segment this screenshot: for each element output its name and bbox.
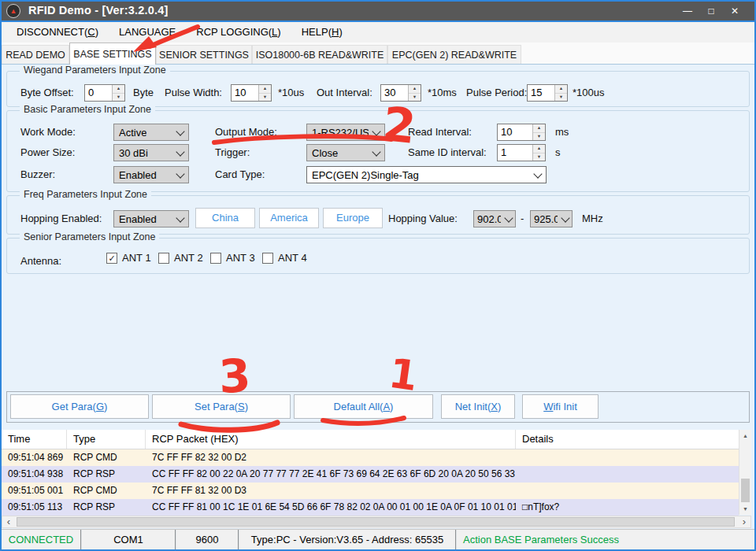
out-interval-spinner[interactable]: 30 ▲▼	[380, 84, 421, 102]
card-type-label: Card Type:	[215, 168, 265, 180]
checkbox-ant4[interactable]: ANT 4	[262, 252, 307, 264]
table-row[interactable]: 09:51:04 869 RCP CMD 7C FF FF 82 32 00 D…	[2, 449, 739, 466]
table-row[interactable]: 09:51:04 938 RCP RSP CC FF FF 82 00 22 0…	[2, 466, 739, 483]
senior-group: Senior Parameters Input Zone Antenna: ✓ …	[6, 238, 750, 274]
checkbox-ant2[interactable]: ANT 2	[158, 252, 203, 264]
vertical-scrollbar-thumb[interactable]	[741, 479, 750, 502]
default-all-button[interactable]: Default All(A)	[294, 394, 433, 419]
spin-up-icon[interactable]: ▲	[409, 85, 421, 94]
scroll-up-icon[interactable]: ▲	[739, 430, 751, 442]
chevron-down-icon	[372, 127, 380, 135]
basic-group: Basic Parameters Input Zone Work Mode: A…	[6, 110, 750, 192]
tab-base-settings[interactable]: BASE SETTINGS	[69, 43, 156, 65]
net-init-button[interactable]: Net Init(X)	[441, 394, 515, 419]
vertical-scrollbar[interactable]: ▲ ▼	[739, 430, 751, 515]
maximize-button[interactable]: □	[701, 2, 721, 20]
checkbox-ant3[interactable]: ANT 3	[210, 252, 255, 264]
tab-senior-settings[interactable]: SENIOR SETTINGS	[156, 45, 252, 64]
minimize-button[interactable]: —	[677, 2, 698, 20]
col-header-packet: RCP Packet (HEX)	[146, 430, 516, 449]
europe-button[interactable]: Europe	[323, 208, 383, 228]
checkbox-checked-icon: ✓	[106, 253, 117, 264]
spin-up-icon[interactable]: ▲	[259, 85, 271, 94]
spin-down-icon[interactable]: ▼	[259, 94, 271, 102]
output-mode-select[interactable]: 1-RS232/USB	[306, 124, 385, 141]
freq-group-legend: Freq Parameters Input Zone	[20, 189, 151, 200]
checkbox-unchecked-icon	[262, 253, 273, 264]
out-interval-label: Out Interval:	[317, 87, 372, 98]
app-logo-icon[interactable]: ▲	[6, 4, 20, 18]
window-title: RFID Demo - [Ver:3.2.0.4]	[28, 4, 168, 17]
spin-down-icon[interactable]: ▼	[533, 153, 545, 161]
hopping-enabled-label: Hopping Enabled:	[20, 213, 102, 224]
device-info: Type:PC - Version:V3.65 - Address: 65535	[239, 530, 457, 549]
menu-item-help[interactable]: HELP(H)	[291, 22, 353, 43]
read-interval-label: Read Interval:	[408, 126, 472, 138]
table-row[interactable]: 09:51:05 001 RCP CMD 7C FF FF 81 32 00 D…	[2, 483, 739, 499]
hopping-separator: -	[521, 213, 524, 224]
checkbox-unchecked-icon	[158, 253, 169, 264]
trigger-label: Trigger:	[215, 146, 250, 158]
scroll-left-icon[interactable]: ‹	[2, 516, 15, 527]
scroll-right-icon[interactable]: ›	[738, 516, 750, 527]
chevron-down-icon	[176, 127, 184, 135]
hopping-unit: MHz	[582, 213, 603, 224]
spin-down-icon[interactable]: ▼	[113, 94, 124, 102]
spin-up-icon[interactable]: ▲	[113, 85, 124, 94]
action-status: Action BASE Parameters Success	[457, 530, 754, 549]
tab-read-demo[interactable]: READ DEMO	[2, 45, 69, 64]
power-size-select[interactable]: 30 dBi	[113, 144, 189, 161]
buzzer-label: Buzzer:	[20, 168, 55, 180]
horizontal-scrollbar[interactable]: ‹ ›	[2, 516, 751, 528]
pulse-period-unit: *100us	[573, 87, 604, 98]
read-interval-spinner[interactable]: 10 ▲▼	[497, 124, 546, 141]
buzzer-select[interactable]: Enabled	[113, 166, 189, 183]
byte-offset-spinner[interactable]: 0 ▲▼	[84, 84, 125, 102]
col-header-details: Details	[516, 430, 739, 449]
hopping-from-select[interactable]: 902.0	[473, 210, 516, 227]
china-button[interactable]: China	[195, 208, 255, 228]
pulse-width-spinner[interactable]: 10 ▲▼	[231, 84, 272, 102]
hopping-to-select[interactable]: 925.0	[530, 210, 573, 227]
tab-epc-gen2[interactable]: EPC(GEN 2) READ&WRITE	[387, 45, 521, 64]
horizontal-scrollbar-thumb[interactable]	[17, 517, 735, 527]
freq-group: Freq Parameters Input Zone Hopping Enabl…	[6, 195, 750, 235]
spin-down-icon[interactable]: ▼	[409, 94, 421, 102]
menu-item-disconnect[interactable]: DISCONNECT(C)	[6, 22, 109, 43]
table-row[interactable]: 09:51:05 113 RCP RSP CC FF FF 81 00 1C 1…	[2, 499, 739, 516]
trigger-select[interactable]: Close	[306, 144, 385, 161]
spin-up-icon[interactable]: ▲	[533, 124, 545, 133]
log-table-header: Time Type RCP Packet (HEX) Details	[2, 430, 739, 449]
spin-up-icon[interactable]: ▲	[555, 85, 567, 94]
log-table: Time Type RCP Packet (HEX) Details 09:51…	[2, 430, 739, 515]
work-mode-select[interactable]: Active	[113, 124, 189, 141]
pulse-width-label: Pulse Width:	[165, 87, 222, 98]
scroll-down-icon[interactable]: ▼	[739, 503, 751, 515]
com-port: COM1	[82, 530, 176, 549]
chevron-down-icon	[372, 147, 380, 156]
wiegand-group: Wiegand Parameters Input Zone Byte Offse…	[6, 71, 750, 107]
get-para-button[interactable]: Get Para(G)	[10, 394, 149, 419]
close-button[interactable]: ✕	[724, 2, 745, 20]
spin-down-icon[interactable]: ▼	[533, 133, 545, 141]
chevron-down-icon	[533, 169, 542, 178]
america-button[interactable]: America	[259, 208, 319, 228]
set-para-button[interactable]: Set Para(S)	[152, 394, 291, 419]
same-id-interval-spinner[interactable]: 1 ▲▼	[497, 144, 546, 161]
baud-rate: 9600	[176, 530, 239, 549]
tab-iso18000-6b[interactable]: ISO18000-6B READ&WRITE	[252, 45, 387, 64]
tab-strip: READ DEMO BASE SETTINGS SENIOR SETTINGS …	[2, 43, 754, 64]
action-button-panel: Get Para(G) Set Para(S) Default All(A) N…	[6, 391, 750, 423]
spin-up-icon[interactable]: ▲	[533, 145, 545, 153]
byte-offset-label: Byte Offset:	[20, 87, 74, 98]
wifi-init-button[interactable]: Wifi Init	[522, 394, 598, 419]
menu-item-rcp-logging[interactable]: RCP LOGGING(L)	[186, 22, 291, 43]
connection-status: CONNECTED	[2, 530, 82, 549]
hopping-enabled-select[interactable]: Enabled	[113, 210, 189, 227]
pulse-period-spinner[interactable]: 15 ▲▼	[527, 84, 568, 102]
menu-item-language[interactable]: LANGUAGE	[109, 22, 186, 43]
spin-down-icon[interactable]: ▼	[555, 94, 567, 102]
senior-group-legend: Senior Parameters Input Zone	[20, 231, 159, 242]
checkbox-ant1[interactable]: ✓ ANT 1	[106, 252, 151, 264]
card-type-select[interactable]: EPC(GEN 2)Single-Tag	[306, 166, 547, 183]
